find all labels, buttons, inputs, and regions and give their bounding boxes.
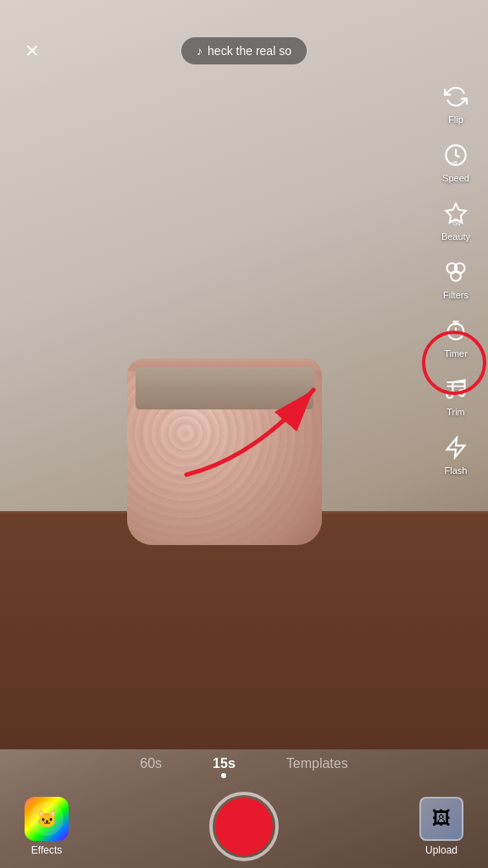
duration-15s[interactable]: 15s [187,749,261,778]
camera-background [0,0,488,868]
effects-icon: 🐱 [25,797,69,841]
shelf [0,511,488,749]
record-outer-ring [209,792,279,861]
effects-inner-icon: 🐱 [30,802,64,836]
bottom-bar: 60s 15s Templates 🐱 Effects 🖼 [0,749,488,868]
flash-icon [441,432,471,463]
upload-button[interactable]: 🖼 Upload [412,797,471,856]
flash-control[interactable]: Flash [430,427,481,481]
flip-control[interactable]: Flip [430,76,481,130]
trim-label: Trim [446,407,465,417]
timer-label: Timer [444,348,468,359]
effects-button[interactable]: 🐱 Effects [17,797,76,856]
top-bar: × ♪ heck the real so [0,0,488,85]
upload-label: Upload [425,844,458,856]
flip-label: Flip [448,114,463,125]
close-icon: × [25,39,39,63]
plant-scene [0,68,488,749]
svg-point-11 [459,390,465,396]
music-pill[interactable]: ♪ heck the real so [181,37,307,64]
flip-icon [441,81,471,112]
duration-60s[interactable]: 60s [114,749,187,778]
svg-marker-2 [446,203,465,222]
beauty-label: Beauty [441,231,470,242]
record-button[interactable] [209,792,279,861]
bottom-row: 🐱 Effects 🖼 Upload [0,785,488,868]
duration-templates[interactable]: Templates [261,749,374,778]
music-note-icon: ♪ [197,44,202,58]
filters-icon [441,257,471,287]
trim-icon [441,374,471,404]
timer-control[interactable]: 3 Timer [430,310,481,364]
beauty-icon: ON [441,198,471,229]
filters-control[interactable]: Filters [430,252,481,305]
beauty-control[interactable]: ON Beauty [430,193,481,247]
speed-control[interactable]: off Speed [430,135,481,188]
pot [127,359,322,545]
flash-label: Flash [445,465,468,476]
svg-text:off: off [451,160,458,166]
pot-wrapper [127,359,322,545]
music-title: heck the real so [208,44,291,58]
speed-icon: off [441,140,471,170]
upload-thumb-icon: 🖼 [432,808,451,830]
timer-icon: 3 [441,315,471,346]
filters-label: Filters [443,290,469,300]
svg-text:ON: ON [453,221,461,225]
record-inner-circle [215,798,273,855]
duration-tabs: 60s 15s Templates [0,749,488,785]
effects-label: Effects [31,844,62,856]
svg-point-10 [447,392,453,398]
close-button[interactable]: × [14,32,51,70]
upload-thumbnail: 🖼 [419,797,463,841]
svg-point-6 [451,271,461,281]
svg-text:3: 3 [454,321,457,326]
speed-label: Speed [442,173,469,183]
right-controls: Flip off Speed ON Beauty [430,76,481,481]
soil [136,367,313,409]
svg-marker-13 [447,437,465,457]
trim-control[interactable]: Trim [430,369,481,422]
